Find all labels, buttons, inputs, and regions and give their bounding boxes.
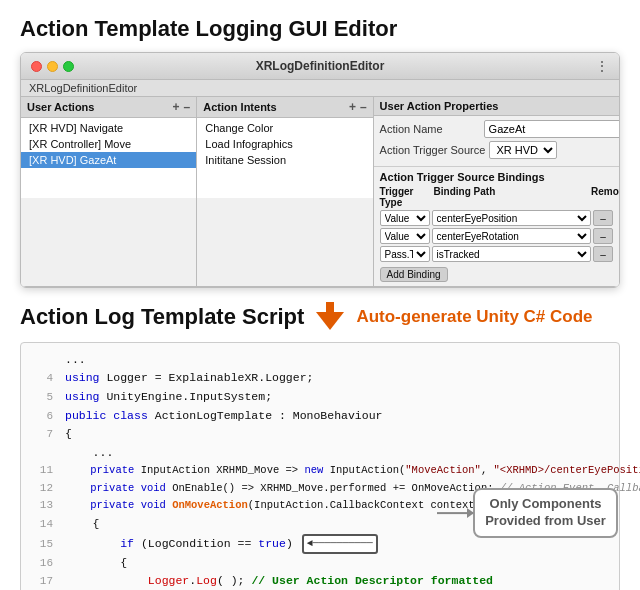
col-trigger-header: Trigger Type [380, 186, 432, 208]
binding-path-select[interactable]: centerEyePosition [432, 210, 591, 226]
action-name-row: Action Name [380, 120, 613, 138]
list-item[interactable]: Change Color [197, 120, 372, 136]
user-actions-list: [XR HVD] Navigate [XR Controller] Move [… [21, 118, 196, 198]
binding-row: Value centerEyePosition – [380, 210, 613, 226]
line-num: 6 [31, 408, 53, 426]
action-trigger-row: Action Trigger Source XR HVD [380, 141, 613, 159]
list-item[interactable]: Inititane Session [197, 152, 372, 168]
line-num: 17 [31, 573, 53, 590]
line-num: 7 [31, 426, 53, 444]
line-num: 15 [31, 536, 53, 554]
col-binding-header: Binding Path [434, 186, 589, 208]
page-title: Action Template Logging GUI Editor [20, 16, 620, 42]
code-text: { [65, 425, 609, 443]
action-name-label: Action Name [380, 123, 480, 135]
list-item[interactable]: Load Infographics [197, 136, 372, 152]
window-tab[interactable]: XRLogDefinitionEditor [21, 80, 619, 97]
window-title: XRLogDefinitionEditor [256, 59, 385, 73]
panel-user-actions-header: User Actions + – [21, 97, 196, 118]
add-intent-btn[interactable]: + [349, 100, 356, 114]
code-text: { [65, 554, 609, 572]
code-line: 5 using UnityEngine.InputSystem; [31, 388, 609, 407]
code-text: using UnityEngine.InputSystem; [65, 388, 609, 406]
line-num: 11 [31, 462, 53, 480]
panel-action-intents-label: Action Intents [203, 101, 276, 113]
binding-trigger-select[interactable]: Pass.Thro.. [380, 246, 430, 262]
line-num: 4 [31, 370, 53, 388]
code-line: ... [31, 444, 609, 462]
panel-user-action-properties: User Action Properties Action Name Actio… [374, 97, 619, 286]
code-text: using Logger = ExplainableXR.Logger; [65, 369, 609, 387]
callout-arrow [437, 512, 473, 514]
panel-user-actions-btns: + – [173, 100, 191, 114]
panel-action-intents: Action Intents + – Change Color Load Inf… [197, 97, 373, 286]
action-name-input[interactable] [484, 120, 620, 138]
col-remove-header: Remove [591, 186, 613, 208]
editor-panels: User Actions + – [XR HVD] Navigate [XR C… [21, 97, 619, 287]
code-text: Logger.Log( ); // User Action Descriptor… [65, 572, 609, 590]
binding-remove-btn[interactable]: – [593, 210, 613, 226]
panel-action-intents-btns: + – [349, 100, 367, 114]
code-text: ... [65, 351, 609, 369]
line-num: 14 [31, 516, 53, 534]
binding-trigger-select[interactable]: Value [380, 210, 430, 226]
window-menu-icon[interactable]: ⋮ [595, 58, 609, 74]
binding-row: Value centerEyeRotation – [380, 228, 613, 244]
code-text: private InputAction XRHMD_Move => new In… [65, 462, 640, 479]
line-num: 12 [31, 480, 53, 498]
binding-remove-btn[interactable]: – [593, 228, 613, 244]
list-item[interactable]: [XR HVD] Navigate [21, 120, 196, 136]
code-text: ... [65, 444, 609, 462]
arrow-stem [326, 302, 334, 312]
maximize-dot[interactable] [63, 61, 74, 72]
panel-action-intents-header: Action Intents + – [197, 97, 372, 118]
list-item[interactable]: [XR Controller] Move [21, 136, 196, 152]
code-line: 6 public class ActionLogTemplate : MonoB… [31, 407, 609, 426]
remove-user-action-btn[interactable]: – [184, 100, 191, 114]
bindings-title: Action Trigger Source Bindings [380, 171, 613, 183]
remove-intent-btn[interactable]: – [360, 100, 367, 114]
panel-user-actions: User Actions + – [XR HVD] Navigate [XR C… [21, 97, 197, 286]
callout-box: Only Components Provided from User [473, 488, 618, 538]
code-block: ... 4 using Logger = ExplainableXR.Logge… [20, 342, 620, 590]
action-intents-list: Change Color Load Infographics Inititane… [197, 118, 372, 198]
panel-properties-header: User Action Properties [374, 97, 619, 116]
code-line: 4 using Logger = ExplainableXR.Logger; [31, 369, 609, 388]
action-trigger-select[interactable]: XR HVD [489, 141, 557, 159]
panel-user-actions-label: User Actions [27, 101, 94, 113]
code-line: 11 private InputAction XRHMD_Move => new… [31, 462, 609, 480]
editor-body: User Actions + – [XR HVD] Navigate [XR C… [21, 97, 619, 287]
add-binding-button[interactable]: Add Binding [380, 267, 448, 282]
binding-row: Pass.Thro.. isTracked – [380, 246, 613, 262]
editor-window: XRLogDefinitionEditor ⋮ XRLogDefinitionE… [20, 52, 620, 288]
window-dots [31, 61, 74, 72]
action-trigger-label: Action Trigger Source [380, 144, 486, 156]
binding-path-select[interactable]: isTracked [432, 246, 591, 262]
panel-properties-label: User Action Properties [380, 100, 499, 112]
close-dot[interactable] [31, 61, 42, 72]
middle-section: Action Log Template Script Auto-generate… [20, 304, 620, 330]
code-line: 7 { [31, 425, 609, 444]
add-user-action-btn[interactable]: + [173, 100, 180, 114]
binding-remove-btn[interactable]: – [593, 246, 613, 262]
minimize-dot[interactable] [47, 61, 58, 72]
code-line: ... [31, 351, 609, 369]
arrow-head [316, 312, 344, 330]
binding-path-select[interactable]: centerEyeRotation [432, 228, 591, 244]
bindings-col-headers: Trigger Type Binding Path Remove [380, 186, 613, 208]
window-titlebar: XRLogDefinitionEditor ⋮ [21, 53, 619, 80]
line-num: 13 [31, 497, 53, 515]
props-section: Action Name Action Trigger Source XR HVD [374, 116, 619, 166]
binding-trigger-select[interactable]: Value [380, 228, 430, 244]
line-num: 5 [31, 389, 53, 407]
auto-generate-label: Auto-generate Unity C# Code [356, 307, 592, 327]
code-callout-container: ... 4 using Logger = ExplainableXR.Logge… [20, 342, 620, 590]
down-arrow [316, 304, 344, 330]
code-text: public class ActionLogTemplate : MonoBeh… [65, 407, 609, 425]
bindings-section: Action Trigger Source Bindings Trigger T… [374, 166, 619, 286]
line-num: 16 [31, 555, 53, 573]
script-section-title: Action Log Template Script [20, 304, 304, 330]
code-line: 17 Logger.Log( ); // User Action Descrip… [31, 572, 609, 590]
code-line: 16 { [31, 554, 609, 573]
list-item[interactable]: [XR HVD] GazeAt [21, 152, 196, 168]
